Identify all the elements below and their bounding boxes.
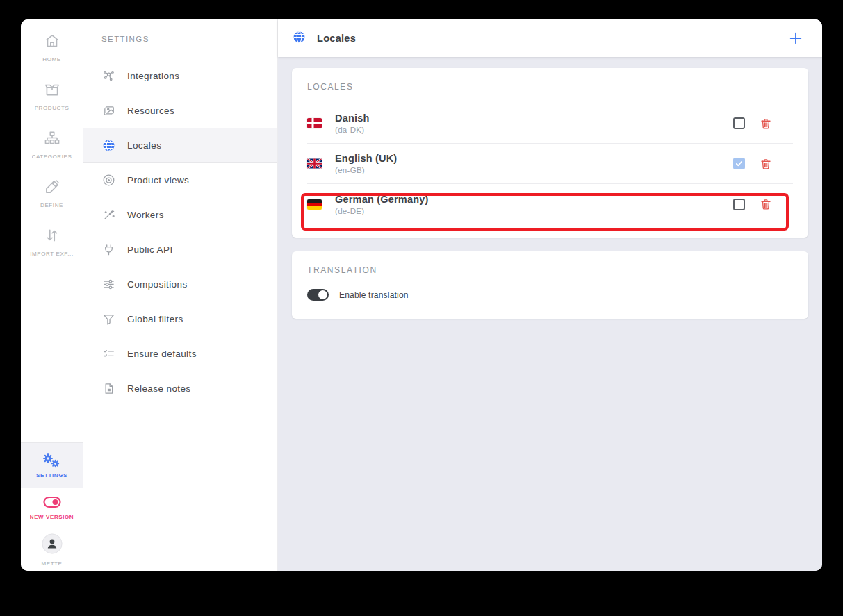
icon-rail-bottom: SETTINGS NEW VERSION METTE <box>21 442 83 571</box>
rail-label: DEFINE <box>40 202 63 208</box>
translation-toggle-row: Enable translation <box>292 275 808 301</box>
rail-label-settings: SETTINGS <box>36 472 67 478</box>
settings-menu-header: SETTINGS <box>83 19 277 58</box>
delete-locale-button[interactable] <box>760 117 772 130</box>
locale-name-group: Danish (da-DK) <box>335 113 733 134</box>
menu-item-label: Global filters <box>127 314 183 324</box>
products-box-icon <box>43 81 61 101</box>
translation-card-heading: TRANSLATION <box>292 251 808 275</box>
import-export-arrows-icon <box>43 226 61 247</box>
rail-item-products[interactable]: PRODUCTS <box>21 78 83 126</box>
rail-label: CATEGORIES <box>32 153 72 160</box>
locales-card: LOCALES Danish (da-DK) <box>292 68 808 238</box>
menu-item-label: Public API <box>127 244 173 255</box>
content-area: LOCALES Danish (da-DK) <box>278 57 822 571</box>
rail-item-import-export[interactable]: IMPORT EXP... <box>21 224 83 272</box>
resources-image-icon <box>101 103 115 117</box>
rail-item-define[interactable]: DEFINE <box>21 175 83 224</box>
home-icon <box>43 32 61 53</box>
page-title: Locales <box>317 33 356 44</box>
rail-label: IMPORT EXP... <box>30 251 74 257</box>
globe-icon <box>101 138 115 152</box>
delete-locale-button[interactable] <box>760 158 772 170</box>
app-window: HOME PRODUCTS CATEGORIES DEFINE <box>21 19 822 571</box>
menu-item-compositions[interactable]: Compositions <box>83 267 277 301</box>
locale-name: Danish <box>335 113 733 124</box>
menu-item-label: Compositions <box>127 279 188 290</box>
funnel-icon <box>101 312 115 326</box>
menu-item-label: Product views <box>127 175 189 185</box>
menu-item-workers[interactable]: Workers <box>83 197 277 232</box>
locale-row-german: German (Germany) (de-DE) <box>307 184 793 224</box>
menu-item-label: Release notes <box>127 383 191 394</box>
menu-item-label: Resources <box>127 106 174 116</box>
menu-item-product-views[interactable]: Product views <box>83 163 277 197</box>
rail-label: PRODUCTS <box>35 105 69 111</box>
united-kingdom-flag-icon <box>307 158 322 169</box>
locale-default-checkbox[interactable] <box>733 158 745 169</box>
locale-default-checkbox[interactable] <box>733 199 745 210</box>
locale-name-group: English (UK) (en-GB) <box>335 153 733 174</box>
globe-icon <box>293 31 306 47</box>
rail-item-new-version[interactable]: NEW VERSION <box>21 488 83 528</box>
add-locale-button[interactable] <box>786 28 805 48</box>
document-icon <box>101 381 115 395</box>
rail-item-home[interactable]: HOME <box>21 29 83 78</box>
rail-item-user[interactable]: METTE <box>21 528 83 571</box>
locale-code: (de-DE) <box>335 207 733 215</box>
menu-item-release-notes[interactable]: Release notes <box>83 371 277 406</box>
germany-flag-icon <box>307 199 322 210</box>
denmark-flag-icon <box>307 118 322 128</box>
toggle-pill-icon <box>43 496 61 511</box>
magic-wand-icon <box>101 208 115 222</box>
delete-locale-button[interactable] <box>760 198 772 210</box>
icon-rail: HOME PRODUCTS CATEGORIES DEFINE <box>21 19 83 571</box>
toggle-knob <box>318 290 327 299</box>
locale-default-checkbox[interactable] <box>733 117 745 129</box>
menu-item-integrations[interactable]: Integrations <box>83 58 277 93</box>
icon-rail-top: HOME PRODUCTS CATEGORIES DEFINE <box>21 19 83 442</box>
rail-item-settings[interactable]: SETTINGS <box>21 442 83 488</box>
avatar <box>42 533 63 557</box>
menu-item-public-api[interactable]: Public API <box>83 232 277 267</box>
main-area: Locales LOCALES Danish (da-DK) <box>278 19 822 571</box>
locale-code: (en-GB) <box>335 166 733 174</box>
locale-name: English (UK) <box>335 153 733 164</box>
translation-card: TRANSLATION Enable translation <box>292 251 808 319</box>
menu-item-resources[interactable]: Resources <box>83 93 277 128</box>
locale-row-danish: Danish (da-DK) <box>307 103 793 144</box>
locales-card-heading: LOCALES <box>292 68 808 92</box>
sliders-icon <box>101 277 115 291</box>
rail-label: HOME <box>42 56 60 63</box>
rail-label-new-version: NEW VERSION <box>30 514 74 520</box>
locale-row-english-uk: English (UK) (en-GB) <box>307 144 793 184</box>
gears-icon <box>42 453 62 469</box>
checklist-icon <box>101 347 115 360</box>
menu-item-label: Integrations <box>127 71 179 81</box>
locale-code: (da-DK) <box>335 126 733 134</box>
menu-item-locales[interactable]: Locales <box>83 128 277 163</box>
translation-toggle-label: Enable translation <box>339 290 409 300</box>
define-pencils-icon <box>43 178 61 199</box>
categories-hierarchy-icon <box>43 129 61 150</box>
settings-menu: SETTINGS Integrations Resources Locales … <box>83 19 278 571</box>
rail-label-user: METTE <box>41 560 62 567</box>
locale-name-group: German (Germany) (de-DE) <box>335 194 733 215</box>
translation-toggle[interactable] <box>307 289 329 301</box>
eye-icon <box>101 173 115 187</box>
main-header: Locales <box>278 19 822 57</box>
menu-item-label: Locales <box>127 140 161 151</box>
locale-name: German (Germany) <box>335 194 733 205</box>
menu-item-ensure-defaults[interactable]: Ensure defaults <box>83 336 277 371</box>
menu-item-global-filters[interactable]: Global filters <box>83 301 277 336</box>
menu-item-label: Ensure defaults <box>127 349 197 359</box>
plug-icon <box>101 242 115 256</box>
menu-item-label: Workers <box>127 210 164 220</box>
integrations-icon <box>101 69 115 83</box>
rail-item-categories[interactable]: CATEGORIES <box>21 126 83 175</box>
